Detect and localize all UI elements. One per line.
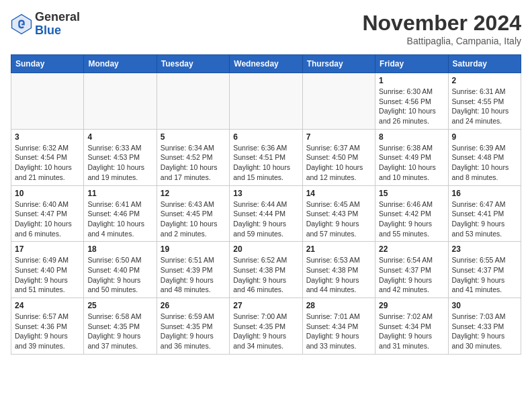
day-info: Sunrise: 6:47 AMSunset: 4:41 PMDaylight:… [452, 199, 517, 239]
day-number: 15 [379, 189, 444, 198]
calendar-cell [230, 73, 302, 130]
title-area: November 2024 Battipaglia, Campania, Ita… [362, 11, 521, 46]
calendar-cell: 11Sunrise: 6:41 AMSunset: 4:46 PMDayligh… [84, 185, 157, 242]
day-number: 6 [233, 132, 298, 142]
calendar-cell: 3Sunrise: 6:32 AMSunset: 4:54 PMDaylight… [11, 129, 84, 185]
day-info: Sunrise: 6:33 AMSunset: 4:53 PMDaylight:… [87, 143, 152, 183]
day-info: Sunrise: 6:43 AMSunset: 4:45 PMDaylight:… [161, 199, 226, 239]
calendar-week-row: 1Sunrise: 6:30 AMSunset: 4:56 PMDaylight… [11, 73, 521, 130]
day-info: Sunrise: 6:58 AMSunset: 4:35 PMDaylight:… [87, 312, 152, 351]
calendar-cell: 20Sunrise: 6:52 AMSunset: 4:38 PMDayligh… [230, 242, 302, 298]
calendar-cell: 15Sunrise: 6:46 AMSunset: 4:42 PMDayligh… [375, 185, 448, 242]
calendar-cell: 4Sunrise: 6:33 AMSunset: 4:53 PMDaylight… [84, 129, 157, 185]
day-number: 1 [379, 76, 444, 85]
calendar-cell: 24Sunrise: 6:57 AMSunset: 4:36 PMDayligh… [11, 298, 84, 355]
calendar-cell: 28Sunrise: 7:01 AMSunset: 4:34 PMDayligh… [302, 298, 375, 355]
day-info: Sunrise: 6:57 AMSunset: 4:36 PMDaylight:… [15, 312, 80, 351]
day-info: Sunrise: 6:51 AMSunset: 4:39 PMDaylight:… [161, 255, 226, 295]
calendar-cell [84, 73, 157, 130]
day-info: Sunrise: 6:32 AMSunset: 4:54 PMDaylight:… [15, 143, 80, 183]
day-info: Sunrise: 7:03 AMSunset: 4:33 PMDaylight:… [452, 312, 517, 351]
calendar-cell: 21Sunrise: 6:53 AMSunset: 4:38 PMDayligh… [302, 242, 375, 298]
day-number: 18 [87, 244, 152, 254]
calendar-cell: 19Sunrise: 6:51 AMSunset: 4:39 PMDayligh… [157, 242, 229, 298]
calendar-week-row: 17Sunrise: 6:49 AMSunset: 4:40 PMDayligh… [11, 242, 521, 298]
weekday-header-row: SundayMondayTuesdayWednesdayThursdayFrid… [11, 55, 521, 73]
calendar-cell: 13Sunrise: 6:44 AMSunset: 4:44 PMDayligh… [230, 185, 302, 242]
calendar-cell: 30Sunrise: 7:03 AMSunset: 4:33 PMDayligh… [448, 298, 521, 355]
day-info: Sunrise: 6:39 AMSunset: 4:48 PMDaylight:… [452, 143, 517, 183]
calendar-cell: 14Sunrise: 6:45 AMSunset: 4:43 PMDayligh… [302, 185, 375, 242]
day-number: 2 [452, 76, 517, 85]
day-info: Sunrise: 6:54 AMSunset: 4:37 PMDaylight:… [379, 255, 444, 295]
day-info: Sunrise: 6:31 AMSunset: 4:55 PMDaylight:… [452, 87, 517, 126]
weekday-header: Wednesday [230, 55, 302, 73]
day-number: 5 [161, 132, 226, 142]
day-info: Sunrise: 6:45 AMSunset: 4:43 PMDaylight:… [306, 199, 371, 239]
calendar-cell [11, 73, 84, 130]
calendar-week-row: 24Sunrise: 6:57 AMSunset: 4:36 PMDayligh… [11, 298, 521, 355]
day-number: 28 [306, 301, 371, 310]
day-number: 21 [306, 244, 371, 254]
day-info: Sunrise: 6:37 AMSunset: 4:50 PMDaylight:… [306, 143, 371, 183]
day-info: Sunrise: 6:38 AMSunset: 4:49 PMDaylight:… [379, 143, 444, 183]
day-info: Sunrise: 6:53 AMSunset: 4:38 PMDaylight:… [306, 255, 371, 295]
logo: General Blue [11, 11, 80, 38]
day-number: 24 [15, 301, 80, 310]
day-info: Sunrise: 6:36 AMSunset: 4:51 PMDaylight:… [233, 143, 298, 183]
calendar-week-row: 3Sunrise: 6:32 AMSunset: 4:54 PMDaylight… [11, 129, 521, 185]
day-number: 8 [379, 132, 444, 142]
day-number: 29 [379, 301, 444, 310]
calendar-cell: 1Sunrise: 6:30 AMSunset: 4:56 PMDaylight… [375, 73, 448, 130]
calendar-cell [157, 73, 229, 130]
weekday-header: Sunday [11, 55, 84, 73]
calendar-cell: 8Sunrise: 6:38 AMSunset: 4:49 PMDaylight… [375, 129, 448, 185]
day-info: Sunrise: 6:30 AMSunset: 4:56 PMDaylight:… [379, 87, 444, 126]
calendar-cell: 25Sunrise: 6:58 AMSunset: 4:35 PMDayligh… [84, 298, 157, 355]
calendar-cell: 26Sunrise: 6:59 AMSunset: 4:35 PMDayligh… [157, 298, 229, 355]
day-number: 22 [379, 244, 444, 254]
day-number: 16 [452, 189, 517, 198]
calendar-cell: 7Sunrise: 6:37 AMSunset: 4:50 PMDaylight… [302, 129, 375, 185]
day-number: 11 [87, 189, 152, 198]
month-title: November 2024 [362, 11, 521, 36]
day-number: 10 [15, 189, 80, 198]
weekday-header: Monday [84, 55, 157, 73]
day-number: 19 [161, 244, 226, 254]
day-info: Sunrise: 6:34 AMSunset: 4:52 PMDaylight:… [161, 143, 226, 183]
day-info: Sunrise: 6:50 AMSunset: 4:40 PMDaylight:… [87, 255, 152, 295]
day-number: 26 [161, 301, 226, 310]
calendar-cell: 9Sunrise: 6:39 AMSunset: 4:48 PMDaylight… [448, 129, 521, 185]
day-number: 25 [87, 301, 152, 310]
weekday-header: Tuesday [157, 55, 229, 73]
day-number: 30 [452, 301, 517, 310]
calendar-cell: 29Sunrise: 7:02 AMSunset: 4:34 PMDayligh… [375, 298, 448, 355]
calendar-cell: 17Sunrise: 6:49 AMSunset: 4:40 PMDayligh… [11, 242, 84, 298]
day-number: 20 [233, 244, 298, 254]
day-number: 23 [452, 244, 517, 254]
day-info: Sunrise: 7:01 AMSunset: 4:34 PMDaylight:… [306, 312, 371, 351]
day-info: Sunrise: 6:44 AMSunset: 4:44 PMDaylight:… [233, 199, 298, 239]
day-number: 4 [87, 132, 152, 142]
day-info: Sunrise: 6:49 AMSunset: 4:40 PMDaylight:… [15, 255, 80, 295]
day-info: Sunrise: 7:00 AMSunset: 4:35 PMDaylight:… [233, 312, 298, 351]
day-number: 12 [161, 189, 226, 198]
day-info: Sunrise: 6:52 AMSunset: 4:38 PMDaylight:… [233, 255, 298, 295]
day-number: 3 [15, 132, 80, 142]
day-info: Sunrise: 6:59 AMSunset: 4:35 PMDaylight:… [161, 312, 226, 351]
calendar: SundayMondayTuesdayWednesdayThursdayFrid… [11, 54, 521, 355]
day-info: Sunrise: 6:41 AMSunset: 4:46 PMDaylight:… [87, 199, 152, 239]
day-info: Sunrise: 6:55 AMSunset: 4:37 PMDaylight:… [452, 255, 517, 295]
calendar-cell: 23Sunrise: 6:55 AMSunset: 4:37 PMDayligh… [448, 242, 521, 298]
day-number: 9 [452, 132, 517, 142]
calendar-cell [302, 73, 375, 130]
calendar-cell: 22Sunrise: 6:54 AMSunset: 4:37 PMDayligh… [375, 242, 448, 298]
weekday-header: Friday [375, 55, 448, 73]
calendar-cell: 2Sunrise: 6:31 AMSunset: 4:55 PMDaylight… [448, 73, 521, 130]
day-number: 13 [233, 189, 298, 198]
day-number: 7 [306, 132, 371, 142]
day-info: Sunrise: 6:40 AMSunset: 4:47 PMDaylight:… [15, 199, 80, 239]
calendar-cell: 16Sunrise: 6:47 AMSunset: 4:41 PMDayligh… [448, 185, 521, 242]
calendar-cell: 5Sunrise: 6:34 AMSunset: 4:52 PMDaylight… [157, 129, 229, 185]
calendar-cell: 27Sunrise: 7:00 AMSunset: 4:35 PMDayligh… [230, 298, 302, 355]
